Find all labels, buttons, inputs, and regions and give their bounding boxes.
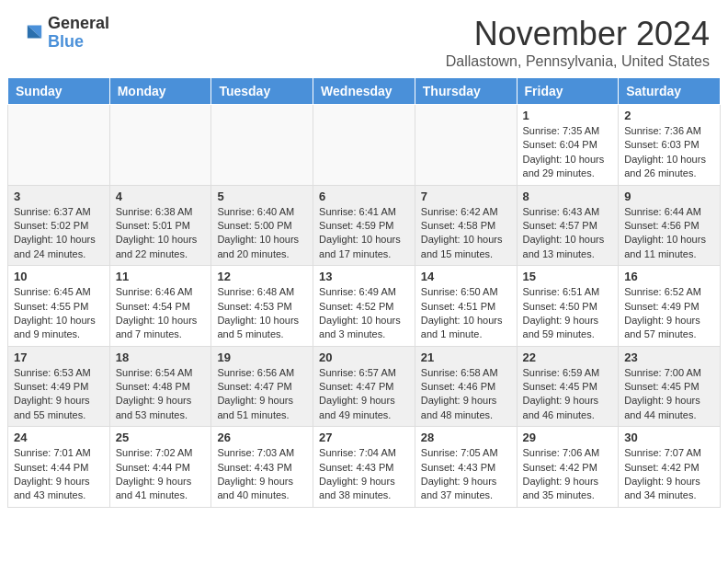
- day-info: Sunrise: 7:04 AMSunset: 4:43 PMDaylight:…: [319, 446, 409, 503]
- day-info: Sunrise: 6:57 AMSunset: 4:47 PMDaylight:…: [319, 366, 409, 423]
- day-number: 20: [319, 350, 409, 364]
- day-info: Sunrise: 6:46 AMSunset: 4:54 PMDaylight:…: [116, 285, 206, 342]
- day-info: Sunrise: 6:37 AMSunset: 5:02 PMDaylight:…: [14, 205, 104, 262]
- calendar-day: 30Sunrise: 7:07 AMSunset: 4:42 PMDayligh…: [619, 427, 721, 508]
- logo-text: General Blue: [48, 15, 109, 52]
- calendar-day: 14Sunrise: 6:50 AMSunset: 4:51 PMDayligh…: [415, 266, 517, 347]
- day-info: Sunrise: 6:44 AMSunset: 4:56 PMDaylight:…: [624, 205, 714, 262]
- day-info: Sunrise: 6:50 AMSunset: 4:51 PMDaylight:…: [421, 285, 511, 342]
- calendar-day: 16Sunrise: 6:52 AMSunset: 4:49 PMDayligh…: [619, 266, 721, 347]
- calendar-day: 8Sunrise: 6:43 AMSunset: 4:57 PMDaylight…: [517, 185, 619, 266]
- day-info: Sunrise: 6:38 AMSunset: 5:01 PMDaylight:…: [116, 205, 206, 262]
- day-number: 14: [421, 270, 511, 283]
- calendar-week-1: 1Sunrise: 7:35 AMSunset: 6:04 PMDaylight…: [8, 105, 721, 186]
- calendar-day: 26Sunrise: 7:03 AMSunset: 4:43 PMDayligh…: [211, 427, 313, 508]
- day-number: 12: [217, 270, 307, 283]
- day-info: Sunrise: 6:48 AMSunset: 4:53 PMDaylight:…: [217, 285, 307, 342]
- day-number: 9: [624, 190, 714, 203]
- day-info: Sunrise: 7:06 AMSunset: 4:42 PMDaylight:…: [523, 446, 613, 503]
- day-info: Sunrise: 7:35 AMSunset: 6:04 PMDaylight:…: [523, 124, 613, 181]
- calendar-header-tuesday: Tuesday: [211, 78, 313, 105]
- day-number: 24: [14, 431, 104, 444]
- calendar-day: 21Sunrise: 6:58 AMSunset: 4:46 PMDayligh…: [415, 346, 517, 427]
- day-number: 28: [421, 431, 511, 444]
- day-number: 3: [14, 190, 104, 203]
- calendar-day: 29Sunrise: 7:06 AMSunset: 4:42 PMDayligh…: [517, 427, 619, 508]
- calendar-day: 1Sunrise: 7:35 AMSunset: 6:04 PMDaylight…: [517, 105, 619, 186]
- logo[interactable]: General Blue: [18, 15, 109, 52]
- title-block: November 2024 Dallastown, Pennsylvania, …: [446, 15, 710, 70]
- day-number: 27: [319, 431, 409, 444]
- calendar-day: 7Sunrise: 6:42 AMSunset: 4:58 PMDaylight…: [415, 185, 517, 266]
- day-info: Sunrise: 7:00 AMSunset: 4:45 PMDaylight:…: [624, 366, 714, 423]
- calendar-day: 25Sunrise: 7:02 AMSunset: 4:44 PMDayligh…: [109, 427, 211, 508]
- location: Dallastown, Pennsylvania, United States: [446, 53, 710, 70]
- day-number: 6: [319, 190, 409, 203]
- day-number: 25: [116, 431, 206, 444]
- calendar-day: 27Sunrise: 7:04 AMSunset: 4:43 PMDayligh…: [313, 427, 415, 508]
- calendar-day: [8, 105, 110, 186]
- day-info: Sunrise: 6:45 AMSunset: 4:55 PMDaylight:…: [14, 285, 104, 342]
- calendar-day: 28Sunrise: 7:05 AMSunset: 4:43 PMDayligh…: [415, 427, 517, 508]
- day-number: 4: [116, 190, 206, 203]
- calendar-day: 24Sunrise: 7:01 AMSunset: 4:44 PMDayligh…: [8, 427, 110, 508]
- day-number: 16: [624, 270, 714, 283]
- calendar-day: 20Sunrise: 6:57 AMSunset: 4:47 PMDayligh…: [313, 346, 415, 427]
- day-number: 30: [624, 431, 714, 444]
- calendar-day: [211, 105, 313, 186]
- day-info: Sunrise: 7:05 AMSunset: 4:43 PMDaylight:…: [421, 446, 511, 503]
- calendar-header-sunday: Sunday: [8, 78, 110, 105]
- day-number: 10: [14, 270, 104, 283]
- day-info: Sunrise: 7:01 AMSunset: 4:44 PMDaylight:…: [14, 446, 104, 503]
- day-info: Sunrise: 6:52 AMSunset: 4:49 PMDaylight:…: [624, 285, 714, 342]
- day-number: 5: [217, 190, 307, 203]
- calendar-day: 9Sunrise: 6:44 AMSunset: 4:56 PMDaylight…: [619, 185, 721, 266]
- day-number: 26: [217, 431, 307, 444]
- calendar-header-saturday: Saturday: [619, 78, 721, 105]
- day-info: Sunrise: 6:40 AMSunset: 5:00 PMDaylight:…: [217, 205, 307, 262]
- day-info: Sunrise: 6:41 AMSunset: 4:59 PMDaylight:…: [319, 205, 409, 262]
- calendar-day: 2Sunrise: 7:36 AMSunset: 6:03 PMDaylight…: [619, 105, 721, 186]
- day-number: 8: [523, 190, 613, 203]
- day-number: 22: [523, 350, 613, 364]
- day-number: 23: [624, 350, 714, 364]
- day-info: Sunrise: 6:43 AMSunset: 4:57 PMDaylight:…: [523, 205, 613, 262]
- calendar-header-thursday: Thursday: [415, 78, 517, 105]
- day-info: Sunrise: 6:54 AMSunset: 4:48 PMDaylight:…: [116, 366, 206, 423]
- month-title: November 2024: [446, 15, 710, 53]
- day-info: Sunrise: 7:07 AMSunset: 4:42 PMDaylight:…: [624, 446, 714, 503]
- day-number: 21: [421, 350, 511, 364]
- day-number: 18: [116, 350, 206, 364]
- day-info: Sunrise: 7:36 AMSunset: 6:03 PMDaylight:…: [624, 124, 714, 181]
- calendar-day: 22Sunrise: 6:59 AMSunset: 4:45 PMDayligh…: [517, 346, 619, 427]
- calendar-day: 15Sunrise: 6:51 AMSunset: 4:50 PMDayligh…: [517, 266, 619, 347]
- calendar-week-5: 24Sunrise: 7:01 AMSunset: 4:44 PMDayligh…: [8, 427, 721, 508]
- calendar-day: 5Sunrise: 6:40 AMSunset: 5:00 PMDaylight…: [211, 185, 313, 266]
- calendar-table: SundayMondayTuesdayWednesdayThursdayFrid…: [7, 77, 721, 508]
- day-info: Sunrise: 6:56 AMSunset: 4:47 PMDaylight:…: [217, 366, 307, 423]
- calendar-day: 23Sunrise: 7:00 AMSunset: 4:45 PMDayligh…: [619, 346, 721, 427]
- calendar-day: 13Sunrise: 6:49 AMSunset: 4:52 PMDayligh…: [313, 266, 415, 347]
- calendar-header-wednesday: Wednesday: [313, 78, 415, 105]
- calendar-wrapper: SundayMondayTuesdayWednesdayThursdayFrid…: [0, 77, 728, 515]
- calendar-header-row: SundayMondayTuesdayWednesdayThursdayFrid…: [8, 78, 721, 105]
- day-info: Sunrise: 6:58 AMSunset: 4:46 PMDaylight:…: [421, 366, 511, 423]
- calendar-day: 18Sunrise: 6:54 AMSunset: 4:48 PMDayligh…: [109, 346, 211, 427]
- logo-general: General: [48, 15, 109, 33]
- calendar-week-2: 3Sunrise: 6:37 AMSunset: 5:02 PMDaylight…: [8, 185, 721, 266]
- calendar-day: 11Sunrise: 6:46 AMSunset: 4:54 PMDayligh…: [109, 266, 211, 347]
- calendar-day: [415, 105, 517, 186]
- day-info: Sunrise: 6:51 AMSunset: 4:50 PMDaylight:…: [523, 285, 613, 342]
- day-number: 13: [319, 270, 409, 283]
- calendar-week-4: 17Sunrise: 6:53 AMSunset: 4:49 PMDayligh…: [8, 346, 721, 427]
- calendar-day: 4Sunrise: 6:38 AMSunset: 5:01 PMDaylight…: [109, 185, 211, 266]
- day-info: Sunrise: 6:42 AMSunset: 4:58 PMDaylight:…: [421, 205, 511, 262]
- day-number: 1: [523, 109, 613, 122]
- day-info: Sunrise: 7:03 AMSunset: 4:43 PMDaylight:…: [217, 446, 307, 503]
- logo-blue: Blue: [48, 33, 109, 52]
- day-number: 7: [421, 190, 511, 203]
- logo-icon: [18, 20, 44, 46]
- calendar-day: 12Sunrise: 6:48 AMSunset: 4:53 PMDayligh…: [211, 266, 313, 347]
- day-number: 15: [523, 270, 613, 283]
- day-info: Sunrise: 7:02 AMSunset: 4:44 PMDaylight:…: [116, 446, 206, 503]
